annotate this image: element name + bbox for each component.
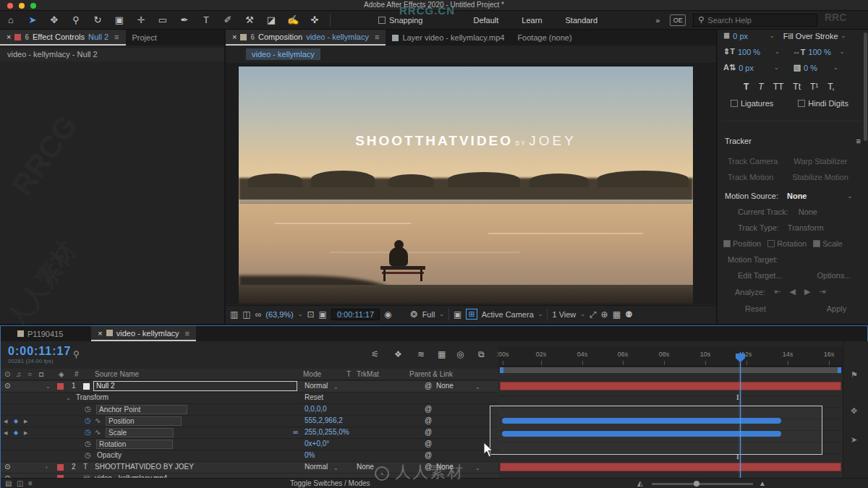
puppet-pin-tool[interactable]: ✜	[304, 12, 326, 28]
opacity-value[interactable]: 0%	[305, 451, 315, 459]
pick-whip-icon[interactable]: @	[425, 428, 432, 436]
clone-stamp-tool[interactable]: ⚒	[239, 12, 260, 28]
source-name-column[interactable]: Source Name	[95, 370, 139, 378]
workspace-standard[interactable]: Standard	[566, 16, 598, 25]
view-option-icon-2[interactable]: ⊕	[601, 309, 608, 320]
blend-mode-dropdown[interactable]: Normal	[305, 463, 328, 471]
trkmat-column[interactable]: TrkMat	[357, 370, 379, 378]
tab-layer[interactable]: Layer video - kellymlacy.mp4	[386, 30, 511, 46]
screen-icon[interactable]: ◫	[242, 309, 250, 320]
position-checkbox[interactable]	[723, 240, 731, 247]
roi-icon[interactable]: ⊡	[307, 309, 314, 320]
composition-breadcrumb[interactable]: video - kellymlacy	[246, 48, 320, 60]
layer-name-editbox[interactable]: Null 2	[93, 381, 297, 391]
stopwatch-icon[interactable]: ◷	[85, 451, 91, 459]
close-tab-icon[interactable]: ×	[98, 329, 102, 338]
chevron-down-icon[interactable]: ⌄	[847, 193, 852, 200]
audio-icon[interactable]: ♫	[16, 370, 22, 378]
tab-composition[interactable]: × 6 Composition video - kellymlacy ≡	[226, 30, 386, 46]
opacity-label[interactable]: Opacity	[97, 451, 122, 459]
all-caps-button[interactable]: TT	[773, 82, 784, 92]
motion-source-value[interactable]: None	[787, 192, 807, 200]
transform-group-row[interactable]: ⌄ Transform Reset	[1, 393, 498, 404]
baseline-shift-control[interactable]: A⇅ 0 px ⌄ ▧ 0 % ⌄	[723, 63, 838, 72]
stereo-glasses-icon[interactable]: ∞	[255, 309, 262, 320]
brush-tool[interactable]: ✐	[217, 12, 239, 28]
link-dimensions-icon[interactable]: ∞	[293, 428, 298, 436]
horizontal-scale-value[interactable]: 100 %	[809, 48, 831, 56]
chevron-down-icon[interactable]: ⌄	[833, 64, 838, 71]
search-help-box[interactable]: ⚲	[693, 14, 817, 27]
lock-column-icon[interactable]: ◘	[39, 370, 43, 378]
layer-row-null2[interactable]: ⊙ ⌄ 1 Null 2 Normal ⌄ @ None ⌄	[1, 381, 498, 393]
layer-color-chip[interactable]	[57, 383, 64, 390]
analyze-last-icon[interactable]: ⇥	[819, 287, 825, 296]
faux-italic-button[interactable]: T	[758, 82, 763, 92]
trkmat-dropdown[interactable]: None	[357, 463, 374, 471]
vertical-scale-control[interactable]: ⇕T 100 % ⌄ ⇔T 100 % ⌄	[723, 47, 844, 56]
composition-viewer[interactable]: SHOOTTHATVIDEO BY JOEY	[226, 63, 716, 304]
motion-blur-icon[interactable]: ◎	[456, 349, 464, 359]
blend-mode-dropdown[interactable]: Normal	[305, 382, 328, 390]
position-value[interactable]: 555,2,966,2	[305, 416, 343, 424]
anchor-point-label[interactable]: Anchor Point	[96, 405, 187, 414]
subscript-button[interactable]: T,	[827, 82, 834, 92]
opacity-row[interactable]: ◷ Opacity 0% @	[1, 450, 498, 462]
zoom-tool[interactable]: ⚲	[65, 12, 87, 28]
timeline-graph-area[interactable]	[498, 373, 843, 479]
anchor-point-value[interactable]: 0,0,0,0	[305, 405, 327, 413]
analyze-back-icon[interactable]: ◀	[789, 287, 795, 296]
playhead-line[interactable]	[740, 352, 741, 479]
view-option-icon-3[interactable]: ▦	[613, 309, 621, 320]
position-row[interactable]: ◀ ◆ ▶ ◷ ∿ Position 555,2,966,2 @	[1, 416, 498, 427]
faux-bold-button[interactable]: T	[744, 82, 749, 92]
frame-blending-icon[interactable]: ▦	[438, 349, 446, 359]
analyze-first-icon[interactable]: ⇤	[774, 287, 780, 296]
baseline-shift-value[interactable]: 0 px	[739, 64, 754, 72]
chevron-down-icon[interactable]: ⌄	[475, 384, 480, 390]
pan-behind-tool[interactable]: ✛	[130, 12, 152, 28]
anchor-point-row[interactable]: ◷ Anchor Point 0,0,0,0 @	[1, 404, 498, 416]
hand-tool[interactable]: ✥	[43, 12, 65, 28]
expand-collapse-icon-3[interactable]: ≡	[28, 479, 33, 487]
stopwatch-icon-active[interactable]: ◷	[85, 416, 91, 424]
resolution-value[interactable]: Full	[422, 310, 435, 319]
transform-group-label[interactable]: Transform	[76, 393, 109, 401]
eye-icon[interactable]: ⊙	[4, 463, 10, 471]
parent-dropdown[interactable]: None	[436, 382, 454, 390]
twirl-icon[interactable]: ⌄	[46, 383, 51, 390]
toggle-switches-modes-button[interactable]: Toggle Switches / Modes	[283, 479, 378, 487]
pick-whip-icon[interactable]: @	[425, 416, 432, 424]
rotation-row[interactable]: ◷ Rotation 0x+0,0° @	[1, 439, 498, 450]
ligatures-checkbox[interactable]	[731, 100, 738, 107]
snapping-checkbox[interactable]	[378, 17, 386, 24]
timeline-zoom-slider[interactable]	[652, 483, 753, 485]
eye-icon[interactable]: ⊙	[4, 382, 10, 390]
stroke-width-control[interactable]: ≣ 0 px ⌄ Fill Over Stroke ⌄	[723, 31, 846, 40]
rotation-label[interactable]: Rotation	[96, 440, 173, 449]
tracker-reset-button[interactable]: Reset	[745, 304, 766, 313]
twirl-icon[interactable]: ⌄	[66, 395, 71, 401]
keyframe-icon[interactable]: ◆	[14, 429, 18, 436]
pick-whip-icon[interactable]: @	[425, 382, 432, 390]
stopwatch-icon-active[interactable]: ◷	[85, 428, 91, 436]
snapshot-icon[interactable]: ◉	[384, 309, 391, 320]
keyframe-icon[interactable]: ◆	[14, 418, 18, 424]
graph-editor-icon[interactable]: ⧉	[478, 349, 485, 359]
tab-project[interactable]: Project	[126, 30, 163, 46]
right-panel-scrollbar[interactable]	[864, 33, 867, 141]
chevron-down-icon[interactable]: ⌄	[333, 465, 339, 471]
home-tool[interactable]: ⌂	[0, 12, 22, 28]
layer-name[interactable]: SHOOTTHATVIDEO BY JOEY	[95, 463, 194, 471]
chevron-down-icon[interactable]: ⌄	[580, 311, 585, 317]
search-help-input[interactable]	[707, 16, 809, 25]
region-of-interest-icon[interactable]: ▣	[454, 309, 461, 320]
tab-video-kellymlacy[interactable]: × video - kellymlacy ≡	[91, 326, 196, 341]
chevron-down-icon[interactable]: ⌄	[538, 311, 543, 317]
zoom-out-mountain-icon[interactable]: ◭	[637, 479, 643, 487]
roto-brush-tool[interactable]: ✍	[282, 12, 304, 28]
monitor-icon[interactable]: ▥	[230, 309, 238, 320]
options-button[interactable]: Options...	[817, 271, 851, 280]
shy-layers-icon[interactable]: ≋	[417, 349, 425, 359]
comp-flowchart-icon[interactable]: ⚟	[371, 349, 379, 359]
